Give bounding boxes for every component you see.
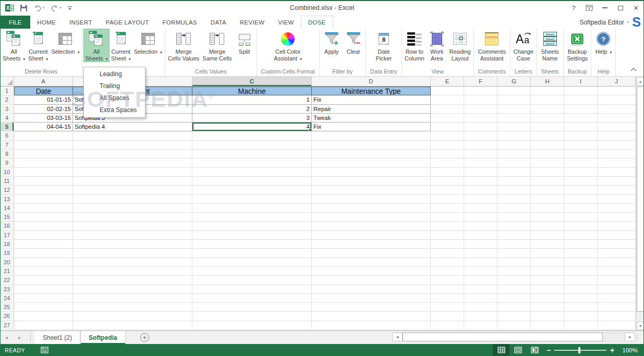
comments-assistant-button[interactable]: CommentsCommentsAssistant	[477, 29, 507, 62]
cell-g21[interactable]	[497, 267, 531, 276]
vertical-scroll-thumb[interactable]	[637, 87, 644, 312]
sheet-nav-right-icon[interactable]: ▸	[13, 331, 26, 344]
scroll-left-button[interactable]: ◂	[392, 333, 403, 341]
cell-b7[interactable]	[73, 141, 192, 150]
cell-i22[interactable]	[564, 276, 598, 285]
undo-dropdown-arrow[interactable]: ▾	[43, 6, 45, 10]
all-sheets-button[interactable]: AllSheets ▾	[1, 29, 27, 62]
cell-j19[interactable]	[598, 249, 636, 257]
zoom-slider[interactable]	[554, 350, 606, 351]
cell-b15[interactable]	[73, 213, 192, 222]
cell-h25[interactable]	[531, 303, 564, 312]
cell-a9[interactable]	[14, 158, 73, 167]
tab-view[interactable]: VIEW	[271, 16, 301, 29]
cell-f27[interactable]	[464, 321, 497, 330]
row-header-20[interactable]: 20	[0, 258, 14, 267]
cell-g22[interactable]	[497, 276, 531, 285]
cell-c24[interactable]	[192, 294, 312, 303]
cell-i24[interactable]	[564, 294, 598, 303]
cell-g20[interactable]	[497, 258, 531, 267]
cell-g18[interactable]	[497, 240, 531, 249]
cell-g25[interactable]	[497, 303, 531, 312]
cell-g13[interactable]	[497, 195, 531, 204]
sheets-name-button[interactable]: Sheet1Sheet2Sheet3SheetsName	[539, 29, 561, 62]
maximize-button[interactable]	[613, 1, 628, 15]
cell-e6[interactable]	[431, 131, 464, 140]
cell-a16[interactable]	[14, 222, 73, 230]
column-header-h[interactable]: H	[531, 77, 564, 86]
cell-g11[interactable]	[497, 177, 531, 186]
cell-c15[interactable]	[192, 213, 312, 222]
row-header-14[interactable]: 14	[0, 204, 14, 213]
cell-a27[interactable]	[14, 321, 73, 330]
column-header-i[interactable]: I	[564, 77, 598, 86]
cell-d26[interactable]	[312, 312, 431, 321]
cell-h6[interactable]	[531, 131, 564, 140]
cell-j11[interactable]	[598, 177, 636, 186]
cell-a12[interactable]	[14, 186, 73, 194]
cell-f6[interactable]	[464, 131, 497, 140]
cell-j25[interactable]	[598, 303, 636, 312]
cell-j8[interactable]	[598, 150, 636, 158]
horizontal-scrollbar[interactable]: ◂ ▸	[392, 333, 635, 341]
cell-b16[interactable]	[73, 222, 192, 230]
cell-j6[interactable]	[598, 131, 636, 140]
sheet-tab-sheet1-2[interactable]: Sheet1 (2)	[35, 331, 80, 344]
cell-j3[interactable]	[598, 105, 636, 114]
cell-d12[interactable]	[312, 186, 431, 194]
cell-b23[interactable]	[73, 285, 192, 294]
vertical-scrollbar[interactable]: ▲ ▼	[636, 77, 644, 330]
select-all-corner[interactable]	[0, 77, 14, 86]
cell-a18[interactable]	[14, 240, 73, 249]
sheet-tab-softpedia[interactable]: Softpedia	[80, 331, 126, 344]
cell-e25[interactable]	[431, 303, 464, 312]
minimize-button[interactable]	[597, 1, 613, 15]
cell-h11[interactable]	[531, 177, 564, 186]
cell-d19[interactable]	[312, 249, 431, 257]
row-to-column-button[interactable]: Row toColumn	[403, 29, 426, 62]
zoom-slider-thumb[interactable]	[578, 347, 580, 353]
horizontal-scroll-thumb[interactable]	[403, 333, 603, 341]
row-header-26[interactable]: 26	[0, 312, 14, 321]
cell-h7[interactable]	[531, 141, 564, 150]
cell-d4[interactable]: Tweak	[312, 114, 431, 122]
cell-g8[interactable]	[497, 150, 531, 158]
account-dropdown-arrow[interactable]: ▾	[627, 20, 629, 24]
cell-b25[interactable]	[73, 303, 192, 312]
cell-g27[interactable]	[497, 321, 531, 330]
cell-b14[interactable]	[73, 204, 192, 213]
cell-j16[interactable]	[598, 222, 636, 230]
cell-j7[interactable]	[598, 141, 636, 150]
cell-h12[interactable]	[531, 186, 564, 194]
cell-g10[interactable]	[497, 168, 531, 177]
cell-f8[interactable]	[464, 150, 497, 158]
cell-d18[interactable]	[312, 240, 431, 249]
cell-d14[interactable]	[312, 204, 431, 213]
redo-dropdown-arrow[interactable]: ▾	[60, 6, 62, 10]
cell-d27[interactable]	[312, 321, 431, 330]
scroll-right-button[interactable]: ▸	[625, 333, 635, 341]
cell-b10[interactable]	[73, 168, 192, 177]
cell-f21[interactable]	[464, 267, 497, 276]
cell-e8[interactable]	[431, 150, 464, 158]
row-header-11[interactable]: 11	[0, 177, 14, 186]
row-header-12[interactable]: 12	[0, 186, 14, 194]
cell-j10[interactable]	[598, 168, 636, 177]
scroll-up-button[interactable]: ▲	[637, 77, 644, 85]
column-header-a[interactable]: A	[14, 77, 73, 86]
cell-f22[interactable]	[464, 276, 497, 285]
cell-g17[interactable]	[497, 231, 531, 240]
cell-i12[interactable]	[564, 186, 598, 194]
row-header-2[interactable]: 2	[0, 95, 14, 104]
undo-button[interactable]: ▾	[33, 5, 45, 11]
tab-review[interactable]: REVIEW	[233, 16, 271, 29]
cell-a4[interactable]: 03-03-15	[14, 114, 73, 122]
cell-h27[interactable]	[531, 321, 564, 330]
cell-a1[interactable]: Date	[14, 87, 73, 95]
cell-d8[interactable]	[312, 150, 431, 158]
row-header-16[interactable]: 16	[0, 222, 14, 230]
cell-c18[interactable]	[192, 240, 312, 249]
cell-c13[interactable]	[192, 195, 312, 204]
cell-e23[interactable]	[431, 285, 464, 294]
change-case-button[interactable]: AaChangeCase	[512, 29, 535, 62]
